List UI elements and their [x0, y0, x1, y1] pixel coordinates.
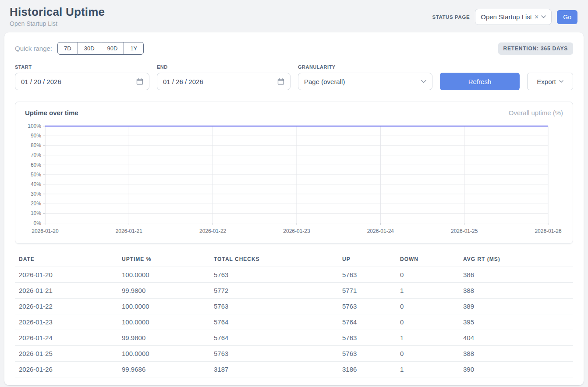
cell-avg-rt: 390: [463, 361, 573, 377]
cell-uptime-pct: 99.9800: [122, 282, 214, 298]
main-card: Quick range: 7D 30D 90D 1Y RETENTION: 36…: [4, 32, 584, 385]
quick-range-segmented: 7D 30D 90D 1Y: [57, 42, 144, 55]
export-button-label: Export: [537, 78, 556, 85]
end-date-label: END: [157, 64, 290, 70]
quick-range-7d-button[interactable]: 7D: [57, 42, 78, 55]
svg-text:80%: 80%: [31, 142, 41, 148]
cell-total-checks: 5763: [214, 298, 342, 314]
cell-down: 0: [400, 298, 463, 314]
end-date-value: 01 / 26 / 2026: [163, 78, 203, 85]
cell-total-checks: 3187: [214, 361, 342, 377]
column-header-uptime-pct: UPTIME %: [122, 254, 214, 267]
granularity-field: GRANULARITY Page (overall): [298, 64, 432, 90]
cell-up: 5764: [342, 314, 400, 330]
cell-total-checks: 5764: [214, 330, 342, 345]
table-header-row: DATEUPTIME %TOTAL CHECKSUPDOWNAVG RT (MS…: [15, 254, 573, 267]
cell-date: 2026-01-24: [15, 330, 122, 345]
cell-uptime-pct: 100.0000: [122, 314, 214, 330]
quick-range-30d-button[interactable]: 30D: [78, 42, 101, 55]
cell-date: 2026-01-21: [15, 282, 122, 298]
cell-date: 2026-01-26: [15, 361, 122, 377]
calendar-icon[interactable]: [277, 78, 284, 85]
uptime-line-chart[interactable]: 0%10%20%30%40%50%60%70%80%90%100%2026-01…: [24, 121, 564, 237]
table-row: 2026-01-2199.9800577257711388: [15, 282, 573, 298]
header-right: STATUS PAGE Open Startup List × Go: [432, 9, 577, 25]
end-date-field: END 01 / 26 / 2026: [157, 64, 290, 90]
cell-up: 5771: [342, 282, 400, 298]
column-header-total-checks: TOTAL CHECKS: [214, 254, 342, 267]
cell-uptime-pct: 100.0000: [122, 267, 214, 282]
svg-text:2026-01-26: 2026-01-26: [535, 228, 562, 234]
cell-up: 5763: [342, 345, 400, 361]
table-row: 2026-01-20100.0000576357630386: [15, 267, 573, 282]
controls-row-2: START 01 / 20 / 2026 END 01 / 26 / 2026 …: [15, 64, 573, 90]
cell-down: 1: [400, 282, 463, 298]
svg-text:60%: 60%: [31, 162, 41, 168]
svg-text:2026-01-21: 2026-01-21: [116, 228, 143, 234]
refresh-button[interactable]: Refresh: [440, 73, 520, 90]
column-header-down: DOWN: [400, 254, 463, 267]
quick-range-group: Quick range: 7D 30D 90D 1Y: [15, 42, 144, 55]
table-row: 2026-01-25100.0000576357630388: [15, 345, 573, 361]
cell-uptime-pct: 100.0000: [122, 345, 214, 361]
top-header: Historical Uptime Open Startup List STAT…: [0, 0, 588, 31]
svg-text:0%: 0%: [34, 220, 42, 226]
cell-total-checks: 5763: [214, 267, 342, 282]
granularity-value: Page (overall): [304, 78, 345, 85]
uptime-table-body: 2026-01-20100.00005763576303862026-01-21…: [15, 267, 573, 377]
cell-date: 2026-01-22: [15, 298, 122, 314]
svg-text:70%: 70%: [31, 152, 41, 158]
cell-date: 2026-01-20: [15, 267, 122, 282]
svg-text:20%: 20%: [31, 201, 41, 207]
status-page-label: STATUS PAGE: [432, 14, 470, 20]
quick-range-90d-button[interactable]: 90D: [101, 42, 124, 55]
uptime-table: DATEUPTIME %TOTAL CHECKSUPDOWNAVG RT (MS…: [15, 254, 573, 377]
cell-up: 5763: [342, 298, 400, 314]
start-date-label: START: [15, 64, 149, 70]
controls-row-1: Quick range: 7D 30D 90D 1Y RETENTION: 36…: [15, 42, 573, 55]
cell-date: 2026-01-23: [15, 314, 122, 330]
cell-avg-rt: 404: [463, 330, 573, 345]
status-page-selected-value: Open Startup List: [481, 13, 532, 21]
cell-total-checks: 5763: [214, 345, 342, 361]
svg-text:2026-01-23: 2026-01-23: [283, 228, 310, 234]
svg-text:50%: 50%: [31, 172, 41, 178]
granularity-select[interactable]: Page (overall): [298, 73, 432, 90]
cell-up: 5763: [342, 267, 400, 282]
start-date-field: START 01 / 20 / 2026: [15, 64, 149, 90]
cell-up: 3186: [342, 361, 400, 377]
start-date-input[interactable]: 01 / 20 / 2026: [15, 73, 149, 90]
quick-range-1y-button[interactable]: 1Y: [124, 42, 144, 55]
svg-text:100%: 100%: [28, 123, 41, 129]
column-header-up: UP: [342, 254, 400, 267]
end-date-input[interactable]: 01 / 26 / 2026: [157, 73, 290, 90]
cell-down: 1: [400, 330, 463, 345]
svg-text:10%: 10%: [31, 210, 41, 216]
cell-down: 0: [400, 267, 463, 282]
start-date-value: 01 / 20 / 2026: [21, 78, 61, 85]
title-block: Historical Uptime Open Startup List: [10, 5, 105, 27]
cell-avg-rt: 388: [463, 345, 573, 361]
svg-text:90%: 90%: [31, 133, 41, 139]
cell-up: 5763: [342, 330, 400, 345]
cell-total-checks: 5764: [214, 314, 342, 330]
go-button[interactable]: Go: [557, 10, 577, 24]
cell-down: 0: [400, 345, 463, 361]
svg-text:2026-01-22: 2026-01-22: [199, 228, 227, 234]
column-header-date: DATE: [15, 254, 122, 267]
chart-legend: Overall uptime (%): [509, 109, 563, 116]
calendar-icon[interactable]: [136, 78, 143, 85]
page-subtitle: Open Startup List: [10, 20, 105, 27]
cell-uptime-pct: 99.9800: [122, 330, 214, 345]
export-button[interactable]: Export: [527, 73, 573, 90]
chevron-down-icon: [421, 80, 426, 83]
svg-text:40%: 40%: [31, 181, 41, 187]
cell-avg-rt: 386: [463, 267, 573, 282]
clear-selection-icon[interactable]: ×: [535, 14, 538, 21]
page-title: Historical Uptime: [10, 5, 105, 19]
retention-badge: RETENTION: 365 DAYS: [498, 42, 573, 55]
status-page-select[interactable]: Open Startup List ×: [475, 9, 552, 25]
granularity-label: GRANULARITY: [298, 64, 432, 70]
chart-header: Uptime over time Overall uptime (%): [24, 109, 564, 121]
cell-date: 2026-01-25: [15, 345, 122, 361]
